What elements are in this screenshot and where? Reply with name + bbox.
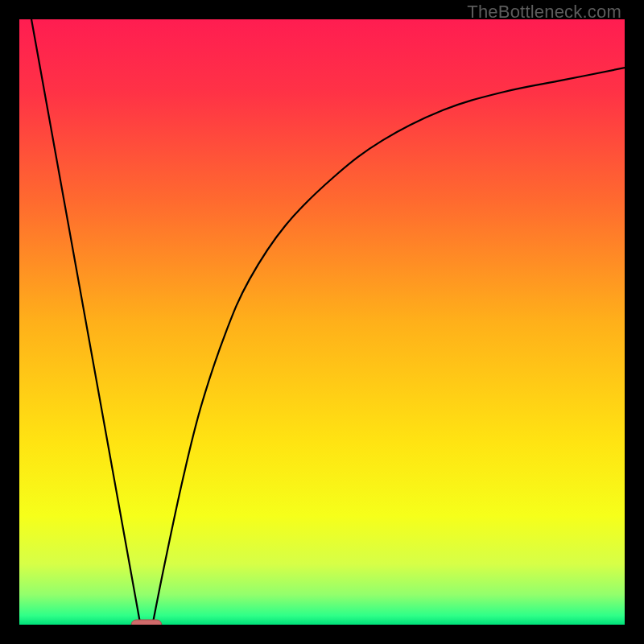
plot-area [19, 19, 625, 625]
chart-svg [19, 19, 625, 625]
chart-frame: TheBottleneck.com [0, 0, 644, 644]
gradient-background [19, 19, 625, 625]
optimum-marker [131, 620, 162, 625]
